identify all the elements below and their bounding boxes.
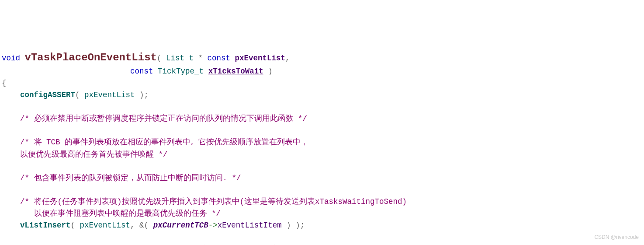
paren-open: ( bbox=[157, 54, 162, 63]
comment-2b: 以便优先级最高的任务首先被事件唤醒 */ bbox=[20, 150, 168, 159]
arg-pxEventList: pxEventList bbox=[84, 91, 135, 99]
arg-pxEventList-2: pxEventList bbox=[80, 221, 131, 230]
ident-pxCurrentTCB: pxCurrentTCB bbox=[153, 221, 208, 230]
keyword-const2: const bbox=[130, 67, 153, 76]
comment-4a: /* 将任务(任务事件列表项)按照优先级升序插入到事件列表中(这里是等待发送列表… bbox=[20, 197, 407, 206]
function-name: vTaskPlaceOnEventList bbox=[25, 52, 157, 63]
comment-1: /* 必须在禁用中断或暂停调度程序并锁定正在访问的队列的情况下调用此函数 */ bbox=[20, 114, 307, 123]
code-block: void vTaskPlaceOnEventList( List_t * con… bbox=[2, 49, 642, 245]
call-vListInsert: vListInsert bbox=[20, 221, 71, 230]
paren-close: ) bbox=[263, 67, 273, 76]
arrow-op: -> bbox=[208, 221, 218, 230]
watermark: CSDN @rivencode bbox=[594, 233, 639, 242]
param-xTicksToWait: xTicksToWait bbox=[208, 67, 263, 76]
keyword-void: void bbox=[2, 54, 20, 63]
brace-open: { bbox=[2, 79, 7, 88]
type-tick: TickType_t bbox=[158, 67, 204, 76]
comment-2a: /* 将 TCB 的事件列表项放在相应的事件列表中。它按优先级顺序放置在列表中， bbox=[20, 138, 308, 147]
comma: , bbox=[285, 54, 290, 63]
comment-4b: 以便在事件阻塞列表中唤醒的是最高优先级的任务 */ bbox=[20, 209, 221, 218]
param-pxEventList: pxEventList bbox=[235, 54, 286, 63]
call-configASSERT: configASSERT bbox=[20, 91, 75, 99]
member-xEventListItem: xEventListItem bbox=[218, 221, 282, 230]
keyword-const: const bbox=[208, 54, 231, 63]
comment-3: /* 包含事件列表的队列被锁定，从而防止中断的同时访问. */ bbox=[20, 174, 241, 182]
type-list: List_t bbox=[166, 54, 194, 63]
star: * bbox=[194, 54, 208, 63]
